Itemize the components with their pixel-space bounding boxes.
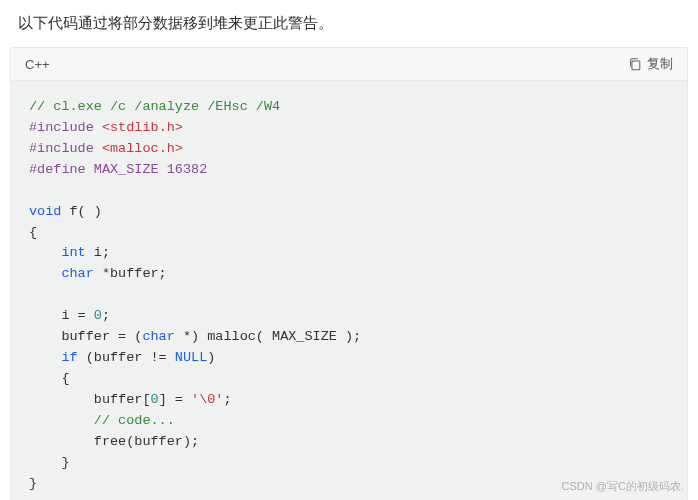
copy-button-label: 复制: [647, 55, 673, 73]
code-body: // cl.exe /c /analyze /EHsc /W4 #include…: [11, 81, 687, 500]
code-header: C++ 复制: [11, 48, 687, 81]
watermark: CSDN @写C的初级码农.: [562, 479, 684, 494]
copy-icon: [628, 57, 642, 71]
intro-paragraph: 以下代码通过将部分数据移到堆来更正此警告。: [0, 0, 698, 47]
svg-rect-0: [632, 61, 640, 70]
code-block: C++ 复制 // cl.exe /c /analyze /EHsc /W4 #…: [10, 47, 688, 500]
code-language-label: C++: [25, 57, 50, 72]
copy-button[interactable]: 复制: [628, 55, 673, 73]
